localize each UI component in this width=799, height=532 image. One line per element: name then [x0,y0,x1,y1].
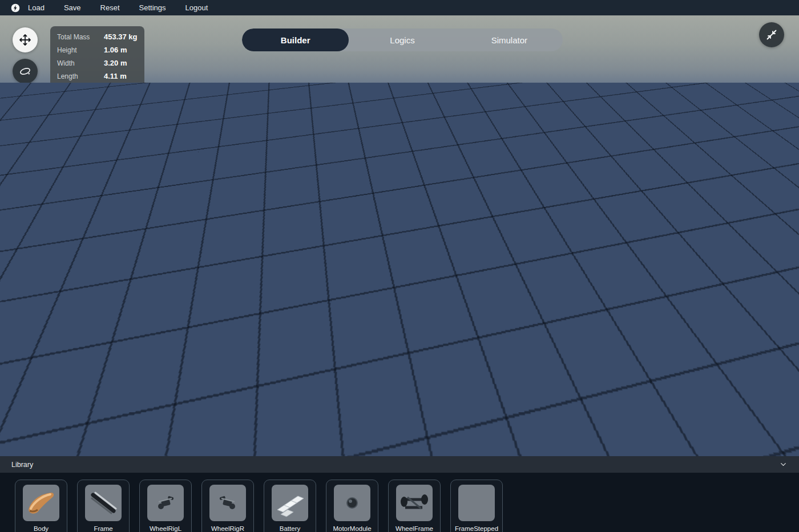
hint-bar: F to focus|Q/W/E for Move/Scale/Rotate|D… [0,438,799,452]
library-item-label: Frame [94,525,112,532]
badge-link[interactable] [591,296,615,320]
menu: LoadSaveResetSettingsLogout [28,3,208,12]
collapse-icon [765,28,778,42]
badge-link[interactable] [263,145,286,168]
link-icon [268,150,281,163]
library-item-label: WheelRigR [211,525,244,532]
hint-text: Q/W/E for Move/Scale/Rotate [56,441,150,449]
stat-value: 4.11 m [104,71,138,82]
menu-bar: LoadSaveResetSettingsLogout [0,0,799,15]
link-icon [722,259,739,277]
power-icon [167,245,179,257]
unlink-icon [321,182,332,193]
stat-value: 3.20 m [104,58,138,69]
menu-item-load[interactable]: Load [28,3,45,12]
rotate-tool-button[interactable] [13,59,38,84]
tab-logics[interactable]: Logics [349,29,455,51]
library-item-label: FrameStepped [455,525,498,532]
stat-label: Width [57,58,102,69]
badge-unlink[interactable] [316,177,337,198]
wheelrig-right-thumb-icon [209,485,246,521]
wheel-frame-thumb-icon [396,485,433,521]
library-item-wheelrigr[interactable]: WheelRigR [201,480,254,532]
library-item-framestepped[interactable]: FrameStepped [450,480,503,532]
library-header[interactable]: Library [0,456,799,473]
battery-thumb-icon [272,485,308,521]
badge-power[interactable] [239,194,256,211]
stat-label: Total Mass [57,31,102,43]
hint-separator: | [305,441,307,449]
scale-tool-button[interactable] [13,90,38,115]
library-item-body[interactable]: Body [15,480,67,532]
power-icon [243,198,252,207]
badge-power[interactable] [162,241,184,262]
move-icon [18,33,32,47]
library-item-battery[interactable]: Battery [264,480,316,532]
hint-separator: | [49,441,51,449]
library-title: Library [11,461,33,469]
stat-label: Length [57,71,102,82]
library-item-label: WheelRigL [150,525,181,532]
tab-builder[interactable]: Builder [242,29,349,51]
app-root: LoadSaveResetSettingsLogout [0,0,799,532]
library-item-label: MotorModule [333,525,371,532]
library-parts-tray: BodyFrameWheelRigLWheelRigRBatteryMotorM… [0,473,799,532]
library-item-frame[interactable]: Frame [77,480,130,532]
library-item-label: Battery [280,525,300,532]
motor-module-thumb-icon [334,485,370,521]
tab-simulator[interactable]: Simulator [456,29,563,51]
library-item-label: WheelFrame [396,525,433,532]
chevron-down-icon[interactable] [779,460,788,469]
mode-tabs: BuilderLogicsSimulator [242,29,563,51]
badge-power[interactable] [421,173,439,191]
hint-separator: | [247,441,248,449]
stats-panel: Total Mass453.37 kgHeight1.06 mWidth3.20… [50,26,144,87]
hint-separator: | [155,441,157,449]
collapse-button[interactable] [759,22,784,47]
rotate-icon [18,64,32,78]
unlink-icon [627,291,640,304]
badge-link[interactable] [354,139,376,160]
library-item-label: Body [34,525,49,532]
library-item-motormodule[interactable]: MotorModule [326,480,378,532]
library-item-wheelrigl[interactable]: WheelRigL [139,480,192,532]
menu-item-logout[interactable]: Logout [185,3,208,12]
badge-link[interactable] [716,253,745,283]
scale-icon [18,96,32,109]
hint-text: Ctrl+C to copy [253,441,300,449]
link-icon [596,301,610,315]
hint-text: Drag gizmo to transform [162,441,241,449]
frame-stepped-thumb-icon [458,485,495,521]
ground [0,83,799,456]
hint-text: F to focus [11,441,44,449]
menu-item-reset[interactable]: Reset [100,3,120,12]
hint-text: Delete to remove [313,441,368,449]
menu-item-save[interactable]: Save [64,3,81,12]
viewport-3d[interactable]: Total Mass453.37 kgHeight1.06 mWidth3.20… [0,15,799,456]
menu-item-settings[interactable]: Settings [139,3,166,12]
power-icon [425,177,435,186]
frame-thumb-icon [85,485,122,521]
lightning-icon[interactable] [11,3,20,13]
wheelrig-left-thumb-icon [147,485,184,521]
stat-value: 1.06 m [104,44,138,56]
stat-label: Height [57,44,102,56]
link-icon [359,143,371,155]
body-thumb-icon [23,485,59,521]
stat-value: 453.37 kg [104,31,138,43]
badge-unlink[interactable] [622,286,645,309]
move-tool-button[interactable] [13,27,38,52]
library-item-wheelframe[interactable]: WheelFrame [388,480,441,532]
